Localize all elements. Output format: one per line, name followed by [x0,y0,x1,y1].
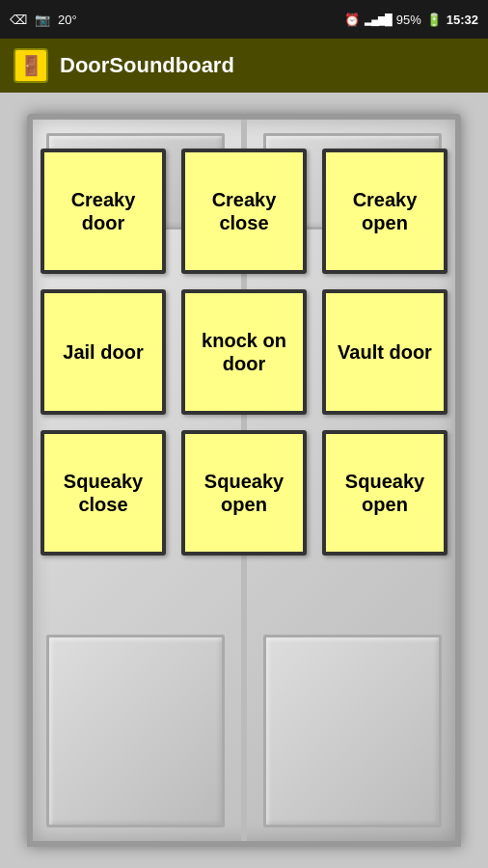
alarm-icon: ⏰ [344,13,360,27]
button-vault-door[interactable]: Vault door [322,289,447,415]
status-right: ⏰ ▂▄▆█ 95% 🔋 15:32 [344,13,478,27]
door: Creakydoor Creakyclose Creakyopen Jail d… [27,114,461,847]
button-jail-door[interactable]: Jail door [41,289,166,415]
status-bar: ⌫ 📷 20° ⏰ ▂▄▆█ 95% 🔋 15:32 [0,0,488,39]
battery-percent: 95% [396,13,421,27]
button-creaky-close[interactable]: Creakyclose [181,149,307,274]
app-title: DoorSoundboard [60,53,234,78]
battery-icon: 🔋 [426,13,442,27]
sound-buttons-grid: Creakydoor Creakyclose Creakyopen Jail d… [41,149,447,556]
door-panel-bl [46,635,225,827]
button-squeaky-open-1[interactable]: Squeakyopen [181,430,307,556]
button-knock-on-door[interactable]: knock ondoor [181,289,307,415]
door-icon: 🚪 [19,54,43,77]
door-panel-br [263,635,442,827]
image-icon: 📷 [35,13,50,27]
app-bar: 🚪 DoorSoundboard [0,39,488,93]
door-background: Creakydoor Creakyclose Creakyopen Jail d… [0,93,488,868]
signal-icon: ▂▄▆█ [365,14,392,26]
temperature-display: 20° [58,13,77,27]
button-squeaky-open-2[interactable]: Squeakyopen [322,430,447,556]
time-display: 15:32 [447,13,478,27]
button-creaky-door[interactable]: Creakydoor [41,149,166,274]
button-squeaky-close[interactable]: Squeakyclose [41,430,166,556]
button-creaky-open[interactable]: Creakyopen [322,149,447,274]
app-icon: 🚪 [14,48,48,83]
usb-icon: ⌫ [10,13,27,27]
status-left: ⌫ 📷 20° [10,13,77,27]
